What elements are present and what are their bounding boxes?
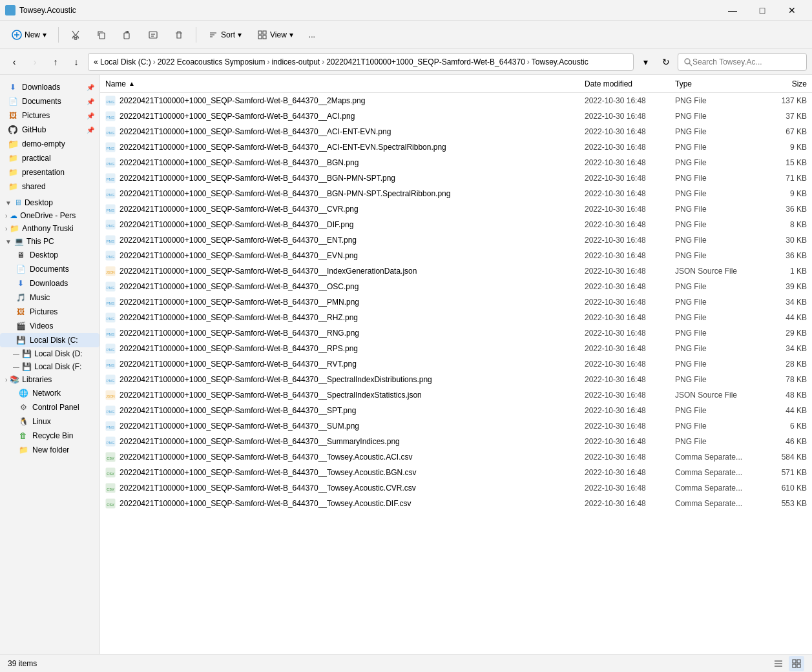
file-type-icon: PNG bbox=[105, 188, 116, 199]
table-row[interactable]: PNG 20220421T100000+1000_SEQP-Samford-We… bbox=[100, 124, 812, 139]
view-button[interactable]: View ▾ bbox=[251, 26, 300, 43]
sidebar-item-new-folder[interactable]: 📁 New folder bbox=[0, 443, 99, 457]
sidebar-item-pictures-pc[interactable]: 🖼 Pictures bbox=[0, 305, 99, 319]
sidebar-item-network[interactable]: 🌐 Network bbox=[0, 386, 99, 400]
details-view-button[interactable] bbox=[789, 656, 804, 671]
table-row[interactable]: PNG 20220421T100000+1000_SEQP-Samford-We… bbox=[100, 217, 812, 232]
sidebar-item-presentation[interactable]: 📁 presentation bbox=[0, 165, 99, 179]
sort-button[interactable]: Sort ▾ bbox=[202, 26, 248, 43]
sidebar-item-recycle-bin[interactable]: 🗑 Recycle Bin bbox=[0, 429, 99, 443]
new-button[interactable]: New ▾ bbox=[5, 26, 53, 43]
sidebar-item-downloads-quick[interactable]: ⬇ Downloads 📌 bbox=[0, 80, 99, 94]
table-row[interactable]: PNG 20220421T100000+1000_SEQP-Samford-We… bbox=[100, 310, 812, 325]
sidebar-item-control-panel[interactable]: ⚙ Control Panel bbox=[0, 400, 99, 414]
cut-button[interactable] bbox=[64, 26, 87, 43]
sidebar-item-music[interactable]: 🎵 Music bbox=[0, 290, 99, 305]
pin-icon: 📌 bbox=[87, 127, 94, 134]
table-row[interactable]: PNG 20220421T100000+1000_SEQP-Samford-We… bbox=[100, 170, 812, 186]
csv-icon: CSV bbox=[105, 498, 116, 509]
sidebar-item-localc[interactable]: 💾 Local Disk (C: bbox=[0, 333, 99, 347]
search-box[interactable] bbox=[678, 53, 807, 71]
address-path[interactable]: « Local Disk (C:) › 2022 Ecoacoustics Sy… bbox=[88, 53, 634, 71]
file-type-icon: PNG bbox=[105, 235, 116, 245]
up-button[interactable]: ↑ bbox=[47, 53, 65, 71]
table-row[interactable]: PNG 20220421T100000+1000_SEQP-Samford-We… bbox=[100, 93, 812, 108]
sidebar-item-demo-empty[interactable]: 📁 demo-empty bbox=[0, 137, 99, 151]
more-button[interactable]: ... bbox=[302, 27, 322, 43]
sort-chevron-icon: ▾ bbox=[238, 30, 242, 39]
table-row[interactable]: CSV 20220421T100000+1000_SEQP-Samford-We… bbox=[100, 449, 812, 465]
table-row[interactable]: PNG 20220421T100000+1000_SEQP-Samford-We… bbox=[100, 372, 812, 387]
file-date: 2022-10-30 16:48 bbox=[579, 406, 670, 415]
table-row[interactable]: JSON 20220421T100000+1000_SEQP-Samford-W… bbox=[100, 387, 812, 403]
sidebar-item-thispc-expand[interactable]: ▼ 💻 This PC bbox=[0, 235, 99, 248]
sidebar-item-videos[interactable]: 🎬 Videos bbox=[0, 319, 99, 333]
table-row[interactable]: CSV 20220421T100000+1000_SEQP-Samford-We… bbox=[100, 465, 812, 480]
table-row[interactable]: PNG 20220421T100000+1000_SEQP-Samford-We… bbox=[100, 155, 812, 170]
sidebar-item-practical[interactable]: 📁 practical bbox=[0, 151, 99, 165]
table-row[interactable]: PNG 20220421T100000+1000_SEQP-Samford-We… bbox=[100, 418, 812, 434]
maximize-button[interactable]: □ bbox=[747, 0, 777, 21]
sidebar-item-localf[interactable]: — 💾 Local Disk (F: bbox=[0, 360, 99, 373]
table-row[interactable]: PNG 20220421T100000+1000_SEQP-Samford-We… bbox=[100, 279, 812, 294]
table-row[interactable]: PNG 20220421T100000+1000_SEQP-Samford-We… bbox=[100, 201, 812, 217]
table-row[interactable]: PNG 20220421T100000+1000_SEQP-Samford-We… bbox=[100, 139, 812, 155]
sidebar-item-shared[interactable]: 📁 shared bbox=[0, 179, 99, 194]
minimize-button[interactable]: — bbox=[718, 0, 747, 21]
file-name: 20220421T100000+1000_SEQP-Samford-Wet-B_… bbox=[120, 375, 432, 384]
table-row[interactable]: PNG 20220421T100000+1000_SEQP-Samford-We… bbox=[100, 186, 812, 201]
svg-rect-4 bbox=[124, 33, 129, 39]
sidebar-item-onedrive[interactable]: › ☁ OneDrive - Pers bbox=[0, 209, 99, 222]
videos-icon: 🎬 bbox=[16, 321, 26, 331]
close-button[interactable]: ✕ bbox=[777, 0, 807, 21]
file-size: 137 KB bbox=[760, 96, 812, 105]
table-row[interactable]: PNG 20220421T100000+1000_SEQP-Samford-We… bbox=[100, 325, 812, 341]
expand-arrow-icon: › bbox=[5, 212, 7, 219]
sidebar-item-desktop-pc[interactable]: 🖥 Desktop bbox=[0, 248, 99, 262]
svg-text:PNG: PNG bbox=[106, 410, 114, 414]
table-row[interactable]: PNG 20220421T100000+1000_SEQP-Samford-We… bbox=[100, 434, 812, 449]
table-row[interactable]: PNG 20220421T100000+1000_SEQP-Samford-We… bbox=[100, 248, 812, 263]
sidebar-item-desktop-expand[interactable]: ▼ 🖥 Desktop bbox=[0, 196, 99, 209]
sidebar-item-libraries[interactable]: › 📚 Libraries bbox=[0, 373, 99, 386]
refresh-button[interactable]: ↻ bbox=[657, 53, 675, 71]
rename-button[interactable] bbox=[141, 26, 165, 43]
sidebar-item-documents-pc[interactable]: 📄 Documents bbox=[0, 262, 99, 276]
table-row[interactable]: PNG 20220421T100000+1000_SEQP-Samford-We… bbox=[100, 356, 812, 372]
table-row[interactable]: PNG 20220421T100000+1000_SEQP-Samford-We… bbox=[100, 232, 812, 248]
column-type[interactable]: Type bbox=[670, 79, 760, 88]
copy-button[interactable] bbox=[90, 26, 113, 43]
table-row[interactable]: CSV 20220421T100000+1000_SEQP-Samford-We… bbox=[100, 496, 812, 511]
column-date[interactable]: Date modified bbox=[579, 79, 670, 88]
sidebar-item-downloads-pc[interactable]: ⬇ Downloads bbox=[0, 276, 99, 290]
sidebar-item-anthony[interactable]: › 📁 Anthony Truski bbox=[0, 222, 99, 235]
recent-button[interactable]: ↓ bbox=[67, 53, 85, 71]
sidebar-item-locald[interactable]: — 💾 Local Disk (D: bbox=[0, 347, 99, 360]
delete-button[interactable] bbox=[167, 26, 191, 43]
sidebar-item-linux[interactable]: 🐧 Linux bbox=[0, 414, 99, 429]
file-name-cell: PNG 20220421T100000+1000_SEQP-Samford-We… bbox=[100, 374, 579, 385]
table-row[interactable]: JSON 20220421T100000+1000_SEQP-Samford-W… bbox=[100, 263, 812, 279]
table-row[interactable]: PNG 20220421T100000+1000_SEQP-Samford-We… bbox=[100, 341, 812, 356]
paste-button[interactable] bbox=[116, 26, 139, 43]
table-row[interactable]: PNG 20220421T100000+1000_SEQP-Samford-We… bbox=[100, 403, 812, 418]
sidebar-item-documents-quick[interactable]: 📄 Documents 📌 bbox=[0, 94, 99, 108]
sidebar-item-github[interactable]: GitHub 📌 bbox=[0, 123, 99, 137]
table-row[interactable]: CSV 20220421T100000+1000_SEQP-Samford-We… bbox=[100, 480, 812, 496]
forward-button[interactable]: › bbox=[26, 53, 44, 71]
new-icon bbox=[12, 30, 22, 40]
back-button[interactable]: ‹ bbox=[5, 53, 23, 71]
column-name[interactable]: Name ▲ bbox=[100, 79, 579, 88]
path-dropdown-button[interactable]: ▾ bbox=[636, 53, 654, 71]
svg-text:PNG: PNG bbox=[106, 239, 114, 243]
table-row[interactable]: PNG 20220421T100000+1000_SEQP-Samford-We… bbox=[100, 108, 812, 124]
table-row[interactable]: PNG 20220421T100000+1000_SEQP-Samford-We… bbox=[100, 294, 812, 310]
sidebar-item-pictures-quick[interactable]: 🖼 Pictures 📌 bbox=[0, 108, 99, 123]
png-icon: PNG bbox=[105, 405, 116, 416]
file-name-cell: PNG 20220421T100000+1000_SEQP-Samford-We… bbox=[100, 188, 579, 199]
search-input[interactable] bbox=[692, 57, 796, 66]
column-size[interactable]: Size bbox=[760, 79, 812, 88]
view-icon bbox=[257, 30, 267, 40]
png-icon: PNG bbox=[105, 158, 116, 168]
list-view-button[interactable] bbox=[771, 656, 786, 671]
